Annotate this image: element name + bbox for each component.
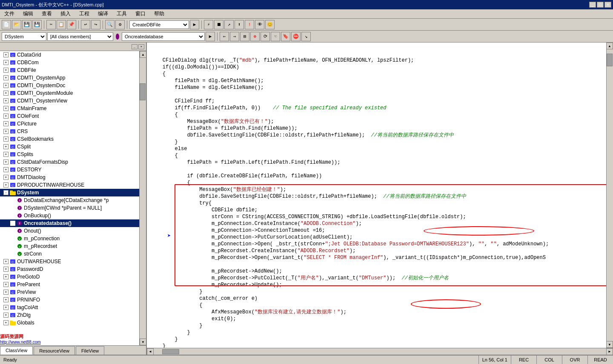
tree-item[interactable]: +CDESTORY xyxy=(0,166,139,173)
tree-expand-btn[interactable] xyxy=(10,228,15,233)
tree-item[interactable]: +CPreParent xyxy=(0,281,139,288)
tree-item[interactable]: +CCDBFile xyxy=(0,66,139,74)
tree-expand-btn[interactable]: - xyxy=(3,190,9,195)
tree-item[interactable]: +CPreGotoD xyxy=(0,273,139,281)
tree-item[interactable]: fOnBuckup() xyxy=(0,212,139,219)
tree-item[interactable]: -DSystem xyxy=(0,189,139,196)
find-btn[interactable]: 🔍 xyxy=(105,20,115,29)
step2-btn[interactable]: ⬆ xyxy=(235,20,244,29)
func-combo[interactable]: Oncreatedatabase xyxy=(122,32,205,41)
menu-window[interactable]: 窗口 xyxy=(133,9,148,18)
tree-item[interactable]: +CCRS xyxy=(0,128,139,135)
tree-expand-btn[interactable]: + xyxy=(3,136,9,142)
menu-insert[interactable]: 插入 xyxy=(58,9,73,18)
tree-item[interactable]: +CCSelBookmarks xyxy=(0,135,139,143)
tree-expand-btn[interactable]: + xyxy=(3,175,9,180)
tree-expand-btn[interactable] xyxy=(10,198,15,203)
member-combo[interactable]: [All class members] xyxy=(47,32,113,41)
menu-tools[interactable]: 工具 xyxy=(114,9,129,18)
tree-expand-btn[interactable]: + xyxy=(3,106,9,111)
panel-close-btn[interactable]: × xyxy=(138,44,144,49)
menu-help[interactable]: 帮助 xyxy=(152,9,167,18)
tree-item[interactable]: fOnout() xyxy=(0,227,139,235)
paste-btn[interactable]: 📌 xyxy=(67,20,76,29)
tree-expand-btn[interactable]: + xyxy=(3,320,9,325)
tree-item[interactable]: +CDPRODUCTINWAREHOUSE xyxy=(0,181,139,189)
breakpoint-btn[interactable]: ⊗ xyxy=(250,32,260,41)
tree-expand-btn[interactable]: + xyxy=(3,313,9,318)
tree-expand-btn[interactable] xyxy=(10,244,15,249)
tree-item[interactable]: +CCDMTI_OsystemApp xyxy=(0,74,139,82)
nav-home-btn[interactable]: ⊞ xyxy=(240,32,249,41)
tree-expand-btn[interactable]: + xyxy=(3,121,9,126)
maximize-button[interactable]: □ xyxy=(597,2,604,8)
func-go-btn[interactable]: ▶ xyxy=(206,32,215,41)
go-btn[interactable]: ▶ xyxy=(190,20,199,29)
menu-compile[interactable]: 编译 xyxy=(95,9,111,18)
tree-item[interactable]: +CCMainFrame xyxy=(0,105,139,112)
tree-item[interactable]: +CCPicture xyxy=(0,120,139,128)
tree-item[interactable]: fOncreatedatabase() xyxy=(0,219,139,227)
watch-btn[interactable]: 👁 xyxy=(255,20,264,29)
build-btn[interactable]: ⚙ xyxy=(115,20,125,29)
tree-expand-btn[interactable] xyxy=(10,213,15,218)
tree-expand-btn[interactable]: + xyxy=(3,167,9,172)
tree-scroll-up[interactable]: ▲ xyxy=(140,51,146,58)
step3-btn[interactable]: ↘ xyxy=(301,32,311,41)
tab-classview[interactable]: ClassView xyxy=(0,346,33,355)
createdbfile-combo[interactable]: CreateDBFile xyxy=(129,20,189,29)
tree-item[interactable]: +CDMTDiaolog xyxy=(0,173,139,181)
h-scroll-right[interactable]: ▶ xyxy=(606,348,613,355)
tree-item[interactable]: vm_pConnection xyxy=(0,235,139,242)
extra-btn[interactable]: ⚡ xyxy=(204,20,213,29)
nav-back-btn[interactable]: ⇐ xyxy=(220,32,229,41)
cut-btn[interactable]: ✂ xyxy=(46,20,56,29)
tree-item[interactable]: +CPreView xyxy=(0,288,139,296)
tree-expand-btn[interactable]: + xyxy=(3,267,9,272)
menu-project[interactable]: 工程 xyxy=(77,9,92,18)
tree-expand-btn[interactable]: + xyxy=(3,98,9,103)
smile-btn[interactable]: 😊 xyxy=(265,20,275,29)
tree-expand-btn[interactable]: + xyxy=(3,144,9,149)
tree-expand-btn[interactable] xyxy=(10,251,15,256)
tree-item[interactable]: +CCSplits xyxy=(0,151,139,158)
tree-item[interactable]: vstrConn xyxy=(0,250,139,258)
class-combo[interactable]: DSystem xyxy=(2,32,46,41)
h-scroll-left[interactable]: ◀ xyxy=(147,348,154,355)
minimize-button[interactable]: _ xyxy=(589,2,596,8)
open-btn[interactable]: 📂 xyxy=(12,20,21,29)
tree-scroll-down[interactable]: ▼ xyxy=(140,338,146,345)
close-button[interactable]: × xyxy=(604,2,611,8)
tree-item[interactable]: +CPRNINFO xyxy=(0,296,139,304)
tree-item[interactable]: +CCSplit xyxy=(0,143,139,151)
debug-btn[interactable]: ⛔ xyxy=(291,32,301,41)
menu-file[interactable]: 文件 xyxy=(2,9,17,18)
tree-item[interactable]: +CtagColAtt xyxy=(0,304,139,311)
save-btn[interactable]: 💾 xyxy=(22,20,32,29)
error-btn[interactable]: ! xyxy=(245,20,254,29)
new-file-btn[interactable]: 📄 xyxy=(2,20,11,29)
tree-item[interactable]: +CCDMTI_OsystemView xyxy=(0,97,139,105)
tree-expand-btn[interactable]: + xyxy=(3,68,9,73)
tree-expand-btn[interactable]: + xyxy=(3,75,9,80)
tree-expand-btn[interactable] xyxy=(10,221,15,226)
panel-minimize-btn[interactable]: _ xyxy=(132,44,137,49)
tree-expand-btn[interactable]: + xyxy=(3,297,9,302)
tree-expand-btn[interactable]: + xyxy=(3,114,9,119)
tree-item[interactable]: +CCDMTI_OsystemDoc xyxy=(0,82,139,89)
tree-expand-btn[interactable]: + xyxy=(3,52,9,57)
menu-view[interactable]: 查看 xyxy=(39,9,54,18)
tree-expand-btn[interactable]: + xyxy=(3,282,9,287)
undo-btn[interactable]: ↩ xyxy=(81,20,90,29)
tree-item[interactable]: +CCDBCom xyxy=(0,59,139,66)
tree-item[interactable]: +CCDMTI_OsystemModule xyxy=(0,89,139,97)
hand-btn[interactable]: ☜ xyxy=(271,32,280,41)
tree-expand-btn[interactable]: + xyxy=(3,182,9,188)
editor-scroll-down[interactable]: ▼ xyxy=(606,341,613,348)
tree-item[interactable]: +CCStdDataFormatsDisp xyxy=(0,158,139,166)
save-all-btn[interactable]: 💾 xyxy=(32,20,42,29)
tree-expand-btn[interactable]: + xyxy=(3,259,9,264)
editor-scroll-up[interactable]: ▲ xyxy=(606,43,613,49)
tree-expand-btn[interactable]: + xyxy=(3,305,9,310)
tree-item[interactable]: fDoDataExchange[CDataExchange *p xyxy=(0,196,139,204)
